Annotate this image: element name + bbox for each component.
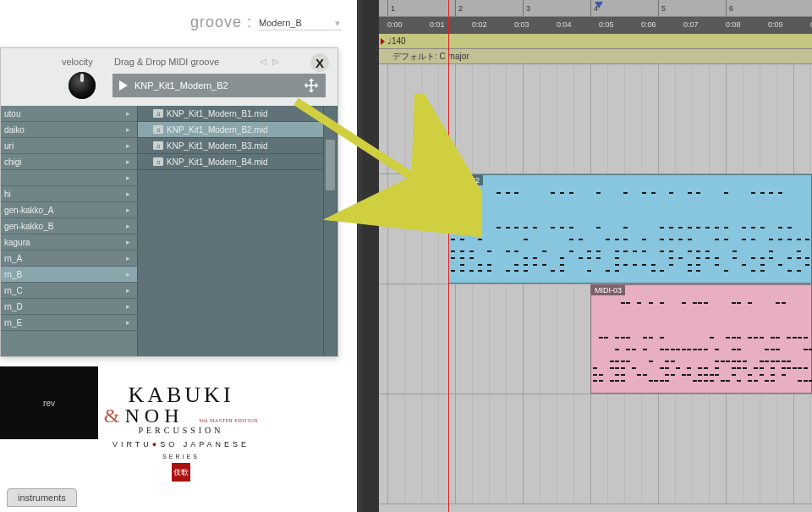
bar-tick: 1 bbox=[387, 0, 395, 16]
midi-file-icon: ♫ bbox=[153, 157, 163, 166]
time-ruler[interactable]: 0:000:010:020:030:040:050:060:070:080:09… bbox=[379, 17, 812, 34]
bar-tick: 3 bbox=[523, 0, 530, 16]
category-item[interactable]: hi▸ bbox=[1, 186, 137, 202]
chevron-right-icon: ▸ bbox=[126, 141, 130, 150]
chevron-right-icon: ▸ bbox=[126, 190, 130, 198]
brand-line2: NOH bbox=[125, 405, 184, 427]
chevron-down-icon: ▼ bbox=[333, 19, 342, 28]
time-tick: 0:01 bbox=[430, 20, 445, 29]
category-item[interactable]: gen-kakko_A▸ bbox=[1, 202, 137, 218]
velocity-knob[interactable] bbox=[69, 72, 96, 99]
category-item[interactable]: rn_E▸ bbox=[1, 315, 137, 331]
bar-tick: 4 bbox=[590, 0, 598, 16]
plugin-header: groove : Modern_B ▼ bbox=[0, 0, 362, 42]
file-item[interactable]: ♫KNP_Kit1_Modern_B2.mid bbox=[138, 122, 337, 138]
bar-tick: 5 bbox=[658, 0, 666, 16]
time-tick: 0:07 bbox=[683, 20, 699, 29]
category-item[interactable]: rn_D▸ bbox=[1, 299, 137, 315]
midi-region[interactable]: MIDI-03 bbox=[590, 284, 812, 394]
close-button[interactable]: X bbox=[310, 53, 329, 72]
time-tick: 0:09 bbox=[768, 20, 783, 29]
midi-file-icon: ♫ bbox=[153, 141, 163, 150]
midi-file-icon: ♫ bbox=[153, 125, 163, 134]
chevron-right-icon: ▸ bbox=[126, 270, 130, 278]
tempo-value: ♩140 bbox=[387, 36, 406, 46]
groove-preview-pill[interactable]: KNP_Kit1_Modern_B2 bbox=[112, 74, 326, 97]
bar-ruler[interactable]: 123456 bbox=[379, 0, 812, 17]
daw-arrange-view: 123456 0:000:010:020:030:040:050:060:070… bbox=[367, 0, 812, 512]
chevron-right-icon: ▸ bbox=[126, 222, 130, 230]
drag-handle-icon[interactable] bbox=[304, 78, 319, 93]
preview-name: KNP_Kit1_Modern_B2 bbox=[134, 80, 228, 91]
play-icon[interactable] bbox=[119, 80, 128, 91]
time-tick: 0:02 bbox=[472, 20, 487, 29]
category-column[interactable]: utou▸daiko▸uri▸chigi▸▸hi▸gen-kakko_A▸gen… bbox=[1, 106, 138, 356]
key-row[interactable]: デフォルト: C major bbox=[379, 49, 812, 64]
category-item[interactable]: gen-kakko_B▸ bbox=[1, 218, 137, 234]
brand-series: SERIES bbox=[162, 454, 200, 460]
plugin-panel: groove : Modern_B ▼ velocity Drag & Drop… bbox=[0, 0, 362, 512]
bar-tick: 6 bbox=[726, 0, 733, 16]
chevron-right-icon: ▸ bbox=[126, 302, 130, 311]
groove-label: groove : bbox=[190, 14, 252, 31]
close-icon: X bbox=[315, 56, 324, 70]
time-tick: 0:06 bbox=[641, 20, 656, 29]
chevron-right-icon: ▸ bbox=[126, 206, 130, 214]
browser-columns: utou▸daiko▸uri▸chigi▸▸hi▸gen-kakko_A▸gen… bbox=[1, 106, 337, 356]
midi-region[interactable]: MIDI-02 bbox=[448, 174, 812, 284]
chevron-right-icon: ▸ bbox=[126, 318, 130, 327]
brand-logo: KABUKI &NOH 96k MASTER EDITION PERCUSSIO… bbox=[0, 383, 362, 482]
track-lane[interactable] bbox=[379, 394, 812, 504]
category-item[interactable]: rn_A▸ bbox=[1, 250, 137, 267]
time-tick: 0:05 bbox=[599, 20, 614, 29]
file-item[interactable]: ♫KNP_Kit1_Modern_B4.mid bbox=[138, 154, 337, 170]
time-tick: 0:03 bbox=[514, 20, 529, 29]
track-lane[interactable]: MIDI-02 bbox=[379, 174, 812, 284]
category-item[interactable]: rn_B▸ bbox=[1, 267, 137, 283]
time-tick: 0:08 bbox=[726, 20, 741, 29]
midi-file-icon: ♫ bbox=[153, 109, 163, 118]
time-tick: 0:00 bbox=[387, 20, 403, 29]
category-item[interactable]: ▸ bbox=[1, 170, 137, 186]
instruments-tab[interactable]: instruments bbox=[7, 488, 77, 507]
chevron-right-icon: ▸ bbox=[126, 109, 130, 118]
chevron-right-icon: ▸ bbox=[126, 238, 130, 246]
region-label: MIDI-02 bbox=[449, 175, 483, 185]
category-item[interactable]: utou▸ bbox=[1, 106, 137, 122]
nav-arrows-icon[interactable]: ◁ ▷ bbox=[260, 57, 281, 66]
time-tick: 0:04 bbox=[557, 20, 572, 29]
key-value: デフォルト: C major bbox=[392, 51, 469, 63]
category-item[interactable]: kagura▸ bbox=[1, 234, 137, 250]
file-item[interactable]: ♫KNP_Kit1_Modern_B3.mid bbox=[138, 138, 337, 154]
category-item[interactable]: chigi▸ bbox=[1, 154, 137, 170]
brand-tag: 96k MASTER EDITION bbox=[200, 418, 259, 423]
groove-select[interactable]: Modern_B ▼ bbox=[259, 10, 342, 30]
brand-seal: 伎歌 bbox=[172, 463, 190, 482]
chevron-right-icon: ▸ bbox=[126, 157, 130, 166]
chevron-right-icon: ▸ bbox=[126, 286, 130, 295]
bar-tick: 2 bbox=[455, 0, 463, 16]
browser-scrollbar[interactable] bbox=[323, 106, 337, 356]
browser-top: velocity Drag & Drop MIDI groove ◁ ▷ X K… bbox=[1, 48, 337, 106]
groove-value: Modern_B bbox=[259, 18, 302, 28]
drag-drop-label: Drag & Drop MIDI groove bbox=[114, 57, 219, 67]
chevron-right-icon: ▸ bbox=[126, 254, 130, 262]
file-column[interactable]: ♫KNP_Kit1_Modern_B1.mid♫KNP_Kit1_Modern_… bbox=[138, 106, 337, 356]
velocity-label: velocity bbox=[62, 57, 93, 67]
file-item[interactable]: ♫KNP_Kit1_Modern_B1.mid bbox=[138, 106, 337, 122]
playhead[interactable] bbox=[448, 0, 449, 512]
category-item[interactable]: daiko▸ bbox=[1, 122, 137, 138]
track-lane[interactable] bbox=[379, 64, 812, 174]
category-item[interactable]: uri▸ bbox=[1, 138, 137, 154]
chevron-right-icon: ▸ bbox=[126, 173, 130, 182]
tempo-row[interactable]: ♩140 bbox=[379, 34, 812, 49]
tracks-area[interactable]: MIDI-02MIDI-03 bbox=[379, 64, 812, 512]
groove-browser: velocity Drag & Drop MIDI groove ◁ ▷ X K… bbox=[0, 47, 338, 357]
chevron-right-icon: ▸ bbox=[126, 125, 130, 134]
scrollbar-thumb[interactable] bbox=[326, 140, 335, 190]
track-lane[interactable]: MIDI-03 bbox=[379, 284, 812, 394]
category-item[interactable]: rn_C▸ bbox=[1, 283, 137, 299]
region-label: MIDI-03 bbox=[591, 285, 625, 295]
